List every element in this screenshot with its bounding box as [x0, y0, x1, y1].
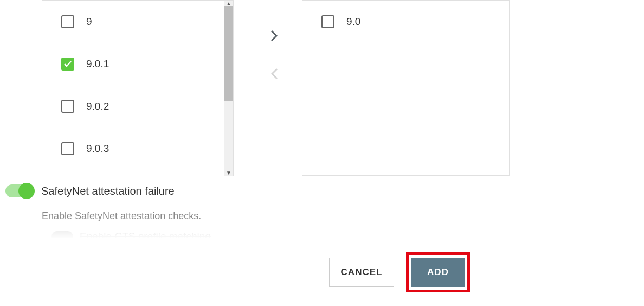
list-item[interactable]: 9.0.1: [42, 43, 233, 85]
checkbox-9-0[interactable]: [321, 15, 334, 28]
safetynet-title: SafetyNet attestation failure: [41, 185, 175, 197]
cancel-button[interactable]: CANCEL: [329, 258, 394, 287]
left-list-panel: 9 9.0.1 9.0.2 9.0.3: [42, 0, 234, 176]
item-label: 9.0.1: [86, 58, 109, 70]
checkbox-9[interactable]: [61, 15, 74, 28]
list-item[interactable]: 9: [42, 1, 233, 43]
add-button-highlight: ADD: [406, 252, 470, 292]
move-right-button[interactable]: [266, 25, 282, 47]
item-label: 9.0.3: [86, 143, 109, 155]
scroll-up-icon[interactable]: ▲: [224, 1, 233, 7]
right-list-panel: 9.0: [302, 0, 510, 176]
checkbox-9-0-3[interactable]: [61, 142, 74, 155]
scrollbar-thumb[interactable]: [224, 6, 233, 101]
item-label: 9.0: [346, 16, 360, 28]
toggle-knob: [18, 183, 35, 199]
add-button[interactable]: ADD: [411, 258, 465, 287]
checkbox-9-0-1[interactable]: [61, 58, 74, 71]
item-label: 9: [86, 16, 92, 28]
list-item[interactable]: 9.0.3: [42, 127, 233, 170]
list-item[interactable]: 9.0.2: [42, 85, 233, 127]
safetynet-description: Enable SafetyNet attestation checks.: [42, 211, 201, 222]
list-item[interactable]: 9.0: [302, 1, 509, 43]
move-left-button[interactable]: [266, 63, 282, 85]
footer: CANCEL ADD: [0, 238, 644, 306]
chevron-right-icon: [271, 30, 278, 42]
checkbox-9-0-2[interactable]: [61, 100, 74, 113]
safetynet-toggle-row: SafetyNet attestation failure: [5, 184, 175, 197]
chevron-left-icon: [271, 68, 278, 80]
safetynet-toggle[interactable]: [5, 184, 34, 197]
item-label: 9.0.2: [86, 100, 109, 112]
transfer-buttons: [266, 25, 282, 101]
scroll-down-icon[interactable]: ▼: [224, 170, 233, 176]
